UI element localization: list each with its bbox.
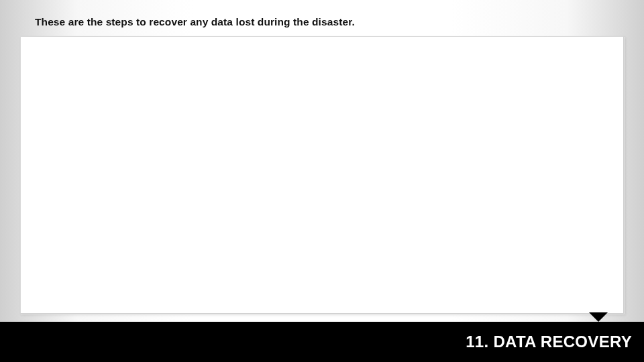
content-panel — [20, 36, 624, 314]
chevron-down-icon — [589, 312, 608, 322]
intro-text: These are the steps to recover any data … — [35, 16, 355, 28]
slide-title: 11. DATA RECOVERY — [466, 333, 632, 351]
footer-bar: 11. DATA RECOVERY — [0, 322, 644, 362]
slide: These are the steps to recover any data … — [0, 0, 644, 362]
